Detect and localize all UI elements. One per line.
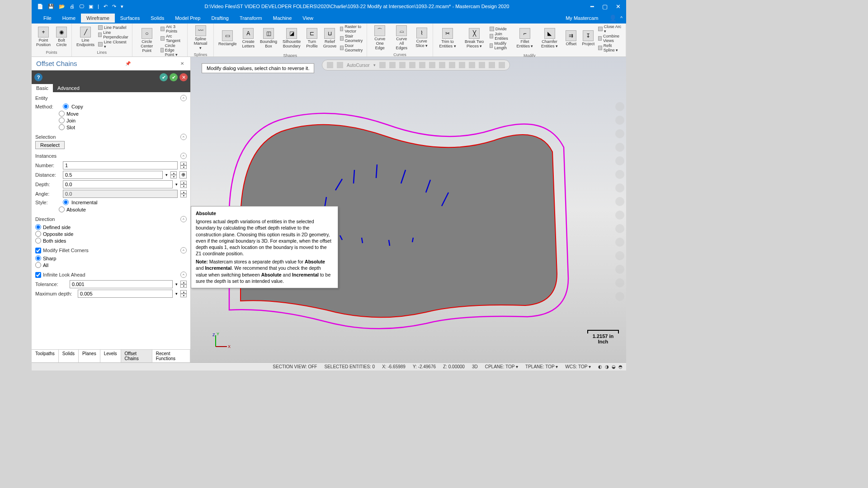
bottom-tab-offset-chains[interactable]: Offset Chains	[121, 350, 152, 362]
number-input[interactable]	[63, 161, 178, 169]
raster-vector-button[interactable]: Raster to Vector	[340, 24, 364, 33]
collapse-icon[interactable]: ^	[180, 272, 187, 278]
rt-pan-icon[interactable]	[615, 143, 624, 152]
menu-surfaces[interactable]: Surfaces	[115, 14, 145, 23]
bottom-tab-levels[interactable]: Levels	[100, 350, 121, 362]
offset-button[interactable]: ⇉Offset	[564, 29, 578, 47]
sb-icon-1[interactable]: ◐	[598, 364, 602, 369]
bottom-tab-recent[interactable]: Recent Functions	[152, 350, 190, 362]
apply-check-icon[interactable]: ✔	[160, 73, 168, 81]
line-perpendicular-button[interactable]: Line Perpendicular	[98, 30, 129, 39]
line-closest-button[interactable]: Line Closest ▾	[98, 40, 129, 49]
break-two-button[interactable]: ╳Break Two Pieces ▾	[461, 27, 488, 50]
radio-all[interactable]	[35, 262, 41, 268]
status-wcs[interactable]: WCS: TOP ▾	[565, 364, 591, 369]
refit-spline-button[interactable]: Refit Spline ▾	[598, 43, 623, 52]
status-section-view[interactable]: SECTION VIEW: OFF	[273, 364, 317, 369]
ok-check-icon[interactable]: ✔	[170, 73, 178, 81]
check-look-ahead[interactable]	[35, 272, 41, 278]
number-spinner[interactable]: ▴▾	[180, 162, 187, 169]
trim-entities-button[interactable]: ✂Trim to Entities ▾	[436, 27, 459, 50]
bounding-box-button[interactable]: ◫Bounding Box	[258, 27, 279, 50]
reselect-button[interactable]: Reselect	[35, 141, 65, 149]
pin-icon[interactable]: 📌	[123, 61, 132, 66]
radio-sharp[interactable]	[35, 255, 41, 261]
bottom-tab-toolpaths[interactable]: Toolpaths	[32, 350, 59, 362]
menu-solids[interactable]: Solids	[145, 14, 170, 23]
angle-input[interactable]	[63, 190, 178, 198]
help-icon[interactable]: ?	[34, 73, 42, 81]
radio-defined-side[interactable]	[35, 224, 41, 230]
depth-spinner[interactable]: ▴▾	[180, 181, 187, 188]
modify-length-button[interactable]: Modify Length	[490, 41, 513, 50]
section-look-ahead[interactable]: Infinite Look Ahead^	[35, 271, 187, 279]
save-icon[interactable]: 💾	[48, 4, 54, 9]
section-direction[interactable]: Direction^	[35, 215, 187, 223]
radio-opposite-side[interactable]	[35, 231, 41, 237]
radio-move[interactable]	[59, 111, 65, 117]
section-fillet[interactable]: Modify Fillet Corners^	[35, 246, 187, 254]
rt-fit-icon[interactable]	[615, 116, 624, 125]
sb-icon-2[interactable]: ◑	[605, 364, 609, 369]
section-selection[interactable]: Selection^	[35, 133, 187, 141]
rt-gview-icon[interactable]	[615, 211, 624, 220]
distance-input[interactable]	[63, 171, 163, 179]
md-spinner[interactable]: ▴▾	[180, 290, 187, 297]
sb-icon-3[interactable]: ◒	[612, 364, 616, 369]
stair-geom-button[interactable]: Stair Geometry	[340, 34, 364, 43]
point-position-button[interactable]: +Point Position	[34, 26, 52, 48]
bolt-circle-button[interactable]: ◉Bolt Circle	[54, 26, 69, 48]
rt-shade-icon[interactable]	[615, 183, 624, 192]
my-mastercam-link[interactable]: My Mastercam	[566, 15, 598, 21]
arc-3points-button[interactable]: Arc 3 Points	[160, 24, 184, 33]
open-icon[interactable]: 📂	[59, 4, 65, 9]
radio-both-sides[interactable]	[35, 238, 41, 244]
minimize-icon[interactable]: ━	[590, 3, 594, 10]
collapse-icon[interactable]: ^	[180, 153, 187, 159]
rt-wire-icon[interactable]	[615, 197, 624, 206]
depth-dropdown-icon[interactable]: ▾	[175, 182, 178, 187]
tab-advanced[interactable]: Advanced	[53, 84, 84, 92]
turn-profile-button[interactable]: ⊏Turn Profile	[304, 27, 320, 50]
rt-rotate-icon[interactable]	[615, 129, 624, 138]
menu-wireframe[interactable]: Wireframe	[81, 14, 115, 23]
viewport[interactable]: Modify dialog values, select chain to re…	[191, 57, 626, 362]
arc-tangent-button[interactable]: Arc Tangent	[160, 34, 184, 43]
rt-redo-icon[interactable]	[615, 292, 624, 301]
bottom-tab-planes[interactable]: Planes	[79, 350, 100, 362]
silhouette-button[interactable]: ◪Silhouette Boundary	[281, 27, 302, 50]
rt-zoom-icon[interactable]	[615, 102, 624, 111]
tolerance-input[interactable]	[70, 280, 173, 288]
door-geom-button[interactable]: Door Geometry	[340, 43, 364, 52]
rt-undo-icon[interactable]	[615, 278, 624, 287]
sb-icon-4[interactable]: ◓	[618, 364, 623, 369]
curve-slice-button[interactable]: ⌇Curve Slice ▾	[413, 27, 430, 49]
tol-dropdown-icon[interactable]: ▾	[175, 282, 178, 286]
status-3d[interactable]: 3D	[472, 364, 478, 369]
rt-window-icon[interactable]	[615, 156, 624, 165]
maxdepth-input[interactable]	[78, 290, 173, 298]
tab-basic[interactable]: Basic	[32, 84, 53, 92]
line-endpoints-button[interactable]: ╱Line Endpoints	[75, 26, 96, 48]
menu-view[interactable]: View	[297, 14, 319, 23]
app-icon[interactable]: ▣	[89, 4, 93, 9]
curve-one-edge-button[interactable]: ⌒Curve One Edge	[370, 24, 390, 52]
radio-copy[interactable]	[63, 103, 69, 109]
collapse-icon[interactable]: ^	[180, 95, 187, 101]
status-tplane[interactable]: TPLANE: TOP ▾	[525, 364, 558, 369]
print-icon[interactable]: 🖨	[70, 4, 75, 9]
undo-icon[interactable]: ↶	[104, 4, 108, 9]
radio-join[interactable]	[59, 117, 65, 123]
md-dropdown-icon[interactable]: ▾	[175, 291, 178, 296]
menu-home[interactable]: Home	[57, 14, 81, 23]
radio-slot[interactable]	[59, 124, 65, 130]
panel-close-icon[interactable]: ✕	[179, 61, 186, 66]
rt-named-icon[interactable]	[615, 224, 624, 233]
line-parallel-button[interactable]: Line Parallel	[98, 25, 129, 30]
collapse-icon[interactable]: ^	[180, 134, 187, 140]
bottom-tab-solids[interactable]: Solids	[59, 350, 79, 362]
ribbon-collapse-icon[interactable]: ^	[620, 16, 623, 21]
distance-lock-icon[interactable]: ⊕	[179, 171, 187, 178]
rectangle-button[interactable]: ▭Rectangle	[217, 29, 239, 47]
cancel-x-icon[interactable]: ✕	[179, 73, 188, 81]
